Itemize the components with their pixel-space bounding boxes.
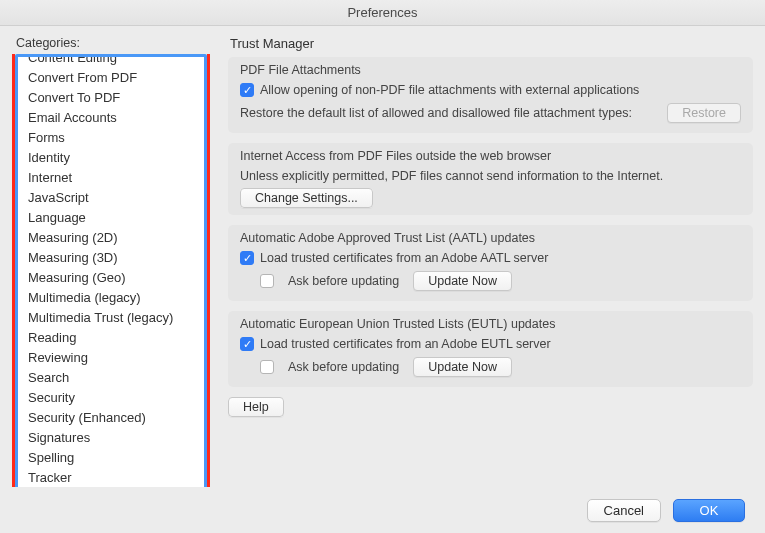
category-item[interactable]: Content Editing	[18, 54, 204, 67]
help-button[interactable]: Help	[228, 397, 284, 417]
eutl-ask-label: Ask before updating	[288, 360, 399, 374]
aatl-update-button[interactable]: Update Now	[413, 271, 512, 291]
category-item[interactable]: Measuring (Geo)	[18, 267, 204, 287]
eutl-update-button[interactable]: Update Now	[413, 357, 512, 377]
group-eutl: Automatic European Union Trusted Lists (…	[228, 311, 753, 387]
group-internet: Internet Access from PDF Files outside t…	[228, 143, 753, 215]
cancel-button[interactable]: Cancel	[587, 499, 661, 522]
category-item[interactable]: Email Accounts	[18, 107, 204, 127]
category-item[interactable]: Internet	[18, 167, 204, 187]
eutl-load-checkbox[interactable]	[240, 337, 254, 351]
categories-listbox[interactable]: Content EditingConvert From PDFConvert T…	[15, 54, 207, 506]
window-title: Preferences	[347, 5, 417, 20]
category-item[interactable]: Reviewing	[18, 347, 204, 367]
category-item[interactable]: Search	[18, 367, 204, 387]
category-item[interactable]: Tracker	[18, 467, 204, 487]
ok-button[interactable]: OK	[673, 499, 745, 522]
aatl-load-label: Load trusted certificates from an Adobe …	[260, 251, 548, 265]
category-item[interactable]: Multimedia (legacy)	[18, 287, 204, 307]
group-internet-desc: Unless explicitly permitted, PDF files c…	[240, 169, 741, 183]
aatl-load-checkbox[interactable]	[240, 251, 254, 265]
category-item[interactable]: Security (Enhanced)	[18, 407, 204, 427]
change-settings-button[interactable]: Change Settings...	[240, 188, 373, 208]
category-item[interactable]: Language	[18, 207, 204, 227]
allow-attachments-label: Allow opening of non-PDF file attachment…	[260, 83, 639, 97]
category-item[interactable]: Convert From PDF	[18, 67, 204, 87]
categories-highlight: Content EditingConvert From PDFConvert T…	[12, 54, 210, 509]
group-attachments-title: PDF File Attachments	[240, 63, 741, 77]
category-item[interactable]: Multimedia Trust (legacy)	[18, 307, 204, 327]
dialog-footer: Cancel OK	[0, 487, 765, 533]
eutl-ask-checkbox[interactable]	[260, 360, 274, 374]
category-item[interactable]: Measuring (3D)	[18, 247, 204, 267]
group-attachments: PDF File Attachments Allow opening of no…	[228, 57, 753, 133]
group-internet-title: Internet Access from PDF Files outside t…	[240, 149, 741, 163]
group-aatl: Automatic Adobe Approved Trust List (AAT…	[228, 225, 753, 301]
group-eutl-title: Automatic European Union Trusted Lists (…	[240, 317, 741, 331]
aatl-ask-label: Ask before updating	[288, 274, 399, 288]
aatl-ask-checkbox[interactable]	[260, 274, 274, 288]
restore-attachments-text: Restore the default list of allowed and …	[240, 106, 657, 120]
eutl-load-label: Load trusted certificates from an Adobe …	[260, 337, 551, 351]
restore-button[interactable]: Restore	[667, 103, 741, 123]
category-item[interactable]: Forms	[18, 127, 204, 147]
category-item[interactable]: Convert To PDF	[18, 87, 204, 107]
category-item[interactable]: Identity	[18, 147, 204, 167]
category-item[interactable]: Spelling	[18, 447, 204, 467]
window-titlebar: Preferences	[0, 0, 765, 26]
category-item[interactable]: Security	[18, 387, 204, 407]
group-aatl-title: Automatic Adobe Approved Trust List (AAT…	[240, 231, 741, 245]
category-item[interactable]: Reading	[18, 327, 204, 347]
categories-label: Categories:	[12, 34, 210, 54]
category-item[interactable]: JavaScript	[18, 187, 204, 207]
category-item[interactable]: Measuring (2D)	[18, 227, 204, 247]
category-item[interactable]: Signatures	[18, 427, 204, 447]
panel-title: Trust Manager	[228, 34, 753, 57]
allow-attachments-checkbox[interactable]	[240, 83, 254, 97]
